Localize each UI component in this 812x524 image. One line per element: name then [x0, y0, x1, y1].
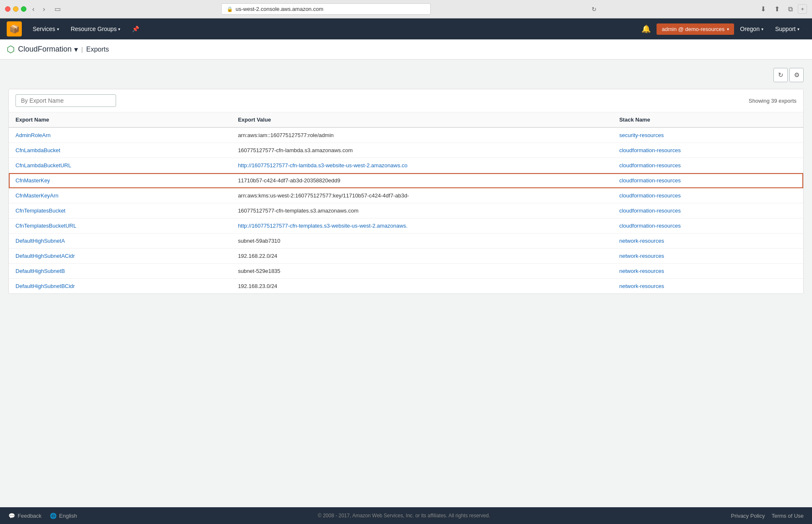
export-value-cell: subnet-59ab7310 [231, 233, 613, 249]
breadcrumb-separator: | [81, 46, 83, 53]
stack-name-link[interactable]: network-resources [619, 283, 664, 289]
resource-groups-label: Resource Groups [71, 26, 117, 32]
page-footer: 💬 Feedback 🌐 English © 2008 - 2017, Amaz… [0, 507, 812, 524]
stack-name-link[interactable]: cloudformation-resources [619, 223, 681, 229]
minimize-dot[interactable] [13, 6, 18, 12]
stack-name-link[interactable]: network-resources [619, 253, 664, 259]
export-value-cell: 192.168.22.0/24 [231, 249, 613, 264]
stack-name-cell: cloudformation-resources [613, 143, 803, 158]
aws-top-nav: 📦 Services ▾ Resource Groups ▾ 📌 🔔 admin… [0, 18, 812, 39]
stack-name-link[interactable]: network-resources [619, 268, 664, 274]
export-name-link[interactable]: DefaultHighSubnetACidr [16, 253, 75, 259]
table-row: DefaultHighSubnetBsubnet-529e1835network… [9, 264, 803, 279]
export-name-cell: CfnTemplatesBucketURL [9, 218, 231, 233]
export-name-link[interactable]: CfnTemplatesBucketURL [16, 223, 76, 229]
services-label: Services [33, 26, 55, 32]
export-name-cell: CfnTemplatesBucket [9, 203, 231, 218]
forward-button[interactable]: › [40, 5, 47, 14]
stack-name-link[interactable]: security-resources [619, 132, 664, 138]
user-label: admin @ demo-resources [662, 26, 724, 32]
maximize-dot[interactable] [21, 6, 26, 12]
close-dot[interactable] [5, 6, 10, 12]
support-label: Support [775, 26, 796, 32]
table-body: AdminRoleArnarn:aws:iam::160775127577:ro… [9, 127, 803, 293]
language-button[interactable]: 🌐 English [50, 513, 77, 519]
footer-copyright: © 2008 - 2017, Amazon Web Services, Inc.… [77, 513, 731, 519]
settings-button[interactable]: ⚙ [789, 68, 804, 82]
export-name-filter-input[interactable] [16, 94, 116, 107]
export-value-text: subnet-529e1835 [238, 268, 280, 274]
export-value-text: 192.168.23.0/24 [238, 283, 277, 289]
export-name-link[interactable]: CfnLambdaBucketURL [16, 162, 71, 169]
reload-button[interactable]: ↻ [588, 5, 600, 13]
pin-nav-item[interactable]: 📌 [126, 18, 145, 39]
export-name-link[interactable]: DefaultHighSubnetBCidr [16, 283, 75, 289]
stack-name-link[interactable]: cloudformation-resources [619, 147, 681, 153]
back-button[interactable]: ‹ [30, 5, 37, 14]
export-value-cell: 192.168.23.0/24 [231, 279, 613, 294]
stack-name-cell: cloudformation-resources [613, 203, 803, 218]
stack-name-link[interactable]: cloudformation-resources [619, 162, 681, 169]
table-header-row: Export Name Export Value Stack Name [9, 112, 803, 127]
resource-groups-nav-item[interactable]: Resource Groups ▾ [65, 18, 127, 39]
browser-chrome: ‹ › ▭ 🔒 us-west-2.console.aws.amazon.com… [0, 0, 812, 18]
sidebar-toggle-button[interactable]: ▭ [51, 4, 64, 14]
stack-name-cell: cloudformation-resources [613, 173, 803, 188]
export-value-text: arn:aws:iam::160775127577:role/admin [238, 132, 334, 138]
stack-name-cell: network-resources [613, 233, 803, 249]
export-value-link[interactable]: http://160775127577-cfn-lambda.s3-websit… [238, 162, 447, 169]
stack-name-link[interactable]: cloudformation-resources [619, 177, 681, 184]
aws-logo: 📦 [7, 21, 22, 36]
terms-of-use-link[interactable]: Terms of Use [771, 513, 804, 519]
stack-name-link[interactable]: network-resources [619, 238, 664, 244]
services-nav-item[interactable]: Services ▾ [27, 18, 65, 39]
export-name-link[interactable]: CfnTemplatesBucket [16, 208, 65, 214]
support-nav-item[interactable]: Support ▾ [769, 18, 805, 39]
notifications-button[interactable]: 🔔 [636, 18, 657, 39]
language-label: English [59, 513, 77, 519]
export-name-link[interactable]: CfnMasterKey [16, 177, 50, 184]
user-menu-button[interactable]: admin @ demo-resources ▾ [657, 23, 734, 35]
region-nav-item[interactable]: Oregon ▾ [734, 18, 769, 39]
stack-name-link[interactable]: cloudformation-resources [619, 208, 681, 214]
footer-links: Privacy Policy Terms of Use [731, 513, 804, 519]
export-name-link[interactable]: AdminRoleArn [16, 132, 51, 138]
column-header-export-name: Export Name [9, 112, 231, 127]
export-name-link[interactable]: CfnLambdaBucket [16, 147, 60, 153]
page-title: Exports [86, 46, 109, 53]
refresh-button[interactable]: ↻ [773, 68, 788, 82]
export-name-cell: CfnLambdaBucket [9, 143, 231, 158]
stack-name-cell: network-resources [613, 279, 803, 294]
export-value-cell: arn:aws:kms:us-west-2:160775127577:key/1… [231, 188, 613, 203]
export-value-text: 160775127577-cfn-lambda.s3.amazonaws.com [238, 147, 353, 153]
region-caret-icon: ▾ [761, 27, 763, 31]
stack-name-link[interactable]: cloudformation-resources [619, 192, 681, 199]
lock-icon: 🔒 [227, 6, 233, 12]
export-name-cell: DefaultHighSubnetACidr [9, 249, 231, 264]
export-name-link[interactable]: DefaultHighSubnetA [16, 238, 65, 244]
browser-actions: ⬇ ⬆ ⧉ + [757, 4, 807, 14]
browser-dots [5, 6, 26, 12]
feedback-icon: 💬 [8, 513, 15, 519]
export-name-cell: DefaultHighSubnetB [9, 264, 231, 279]
service-name-button[interactable]: CloudFormation ▾ [18, 45, 78, 54]
user-caret-icon: ▾ [727, 27, 729, 31]
extend-button[interactable]: + [798, 4, 807, 14]
export-name-link[interactable]: DefaultHighSubnetB [16, 268, 65, 274]
export-value-text: 11710b57-c424-4df7-ab3d-20358820edd9 [238, 177, 340, 184]
globe-icon: 🌐 [50, 513, 57, 519]
feedback-button[interactable]: 💬 Feedback [8, 513, 41, 519]
export-value-link[interactable]: http://160775127577-cfn-templates.s3-web… [238, 223, 447, 229]
privacy-policy-link[interactable]: Privacy Policy [731, 513, 765, 519]
filter-row: Showing 39 exports [9, 89, 803, 112]
column-header-stack-name: Stack Name [613, 112, 803, 127]
download-button[interactable]: ⬇ [757, 4, 769, 14]
resource-groups-caret-icon: ▾ [118, 27, 120, 31]
export-value-cell: arn:aws:iam::160775127577:role/admin [231, 127, 613, 143]
address-bar[interactable]: 🔒 us-west-2.console.aws.amazon.com [221, 3, 431, 15]
stack-name-cell: cloudformation-resources [613, 218, 803, 233]
export-name-link[interactable]: CfnMasterKeyArn [16, 192, 59, 199]
share-button[interactable]: ⬆ [771, 4, 783, 14]
tabs-button[interactable]: ⧉ [785, 4, 796, 14]
url-text: us-west-2.console.aws.amazon.com [235, 6, 323, 12]
